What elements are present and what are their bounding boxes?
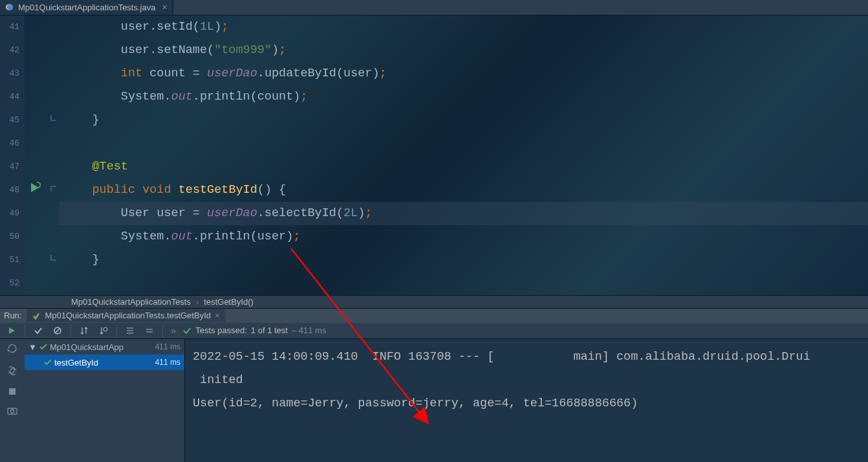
- test-status-prefix: Tests passed:: [195, 325, 247, 335]
- run-label: Run:: [4, 311, 21, 320]
- code-content[interactable]: user.setId(1L); user.setName("tom999"); …: [60, 16, 868, 295]
- test-tree-root[interactable]: ▼ Mp01QuickstartApp 411 ms: [25, 339, 184, 355]
- rerun-failed-icon[interactable]: [6, 343, 18, 357]
- run-toolwindow-header: Run: Mp01QuickstartApplicationTests.test…: [0, 309, 868, 323]
- breadcrumb-method[interactable]: testGetById(): [204, 297, 254, 307]
- test-status-count: 1 of 1 test: [251, 325, 288, 335]
- editor-tab[interactable]: Mp01QuickstartApplicationTests.java ×: [0, 0, 173, 15]
- svg-line-3: [55, 328, 60, 333]
- sort-duration-button[interactable]: [96, 323, 111, 338]
- code-line[interactable]: public void testGetById() {: [60, 179, 868, 202]
- test-tree-item[interactable]: testGetById 411 ms: [25, 355, 184, 370]
- rerun-button[interactable]: [4, 323, 19, 338]
- expand-all-button[interactable]: [122, 323, 138, 338]
- toolbar-divider: [25, 324, 25, 337]
- toolbar-divider: [116, 324, 117, 337]
- show-passed-button[interactable]: [30, 323, 46, 338]
- test-tree[interactable]: ▼ Mp01QuickstartApp 411 ms testGetById 4…: [25, 339, 185, 462]
- line-number-gutter: 414243444546474849505152: [0, 16, 25, 295]
- code-line[interactable]: System.out.println(count);: [60, 85, 868, 109]
- svg-rect-6: [8, 408, 17, 414]
- run-config-label: Mp01QuickstartApplicationTests.testGetBy…: [45, 311, 211, 320]
- line-number: 50: [0, 225, 25, 248]
- test-tree-root-label: Mp01QuickstartApp: [50, 342, 124, 352]
- console-output[interactable]: 2022-05-15 14:00:09.410 INFO 163708 --- …: [185, 339, 868, 462]
- console-line: inited: [193, 369, 860, 392]
- code-editor[interactable]: 414243444546474849505152 user.setId(1L);…: [0, 16, 868, 295]
- breadcrumb-class[interactable]: Mp01QuickstartApplicationTests: [71, 297, 191, 307]
- code-line[interactable]: }: [60, 248, 868, 272]
- check-icon: [39, 343, 47, 351]
- code-line[interactable]: user.setId(1L);: [60, 16, 868, 39]
- line-number: 43: [0, 62, 25, 85]
- toolbar-divider: [71, 324, 71, 337]
- svg-rect-5: [9, 388, 16, 395]
- test-toolbar: » Tests passed: 1 of 1 test – 411 ms: [0, 323, 868, 339]
- chevron-down-icon: ▼: [28, 342, 37, 352]
- svg-point-7: [11, 410, 14, 413]
- toolbar-divider: [162, 324, 163, 337]
- run-test-icon[interactable]: [28, 181, 41, 197]
- fold-gutter: [48, 16, 60, 295]
- test-tree-root-time: 411 ms: [155, 342, 180, 351]
- editor-tab-label: Mp01QuickstartApplicationTests.java: [18, 3, 155, 12]
- toggle-autotest-icon[interactable]: [6, 365, 18, 379]
- more-icon[interactable]: »: [171, 325, 176, 336]
- code-line[interactable]: @Test: [60, 155, 868, 179]
- code-line[interactable]: }: [60, 109, 868, 132]
- fold-end-icon[interactable]: [49, 114, 58, 126]
- test-tree-item-label: testGetById: [54, 358, 98, 368]
- line-number: 49: [0, 202, 25, 225]
- console-line: 2022-05-15 14:00:09.410 INFO 163708 --- …: [193, 346, 860, 369]
- run-toolwindow-body: ▼ Mp01QuickstartApp 411 ms testGetById 4…: [0, 339, 868, 462]
- code-line[interactable]: user.setName("tom999");: [60, 39, 868, 62]
- fold-end-icon[interactable]: [49, 254, 58, 265]
- show-ignored-button[interactable]: [50, 323, 65, 338]
- line-number: 45: [0, 109, 25, 132]
- check-icon: [44, 358, 52, 366]
- collapse-all-button[interactable]: [142, 323, 157, 338]
- close-icon[interactable]: ×: [162, 2, 167, 12]
- test-status: Tests passed: 1 of 1 test – 411 ms: [182, 325, 326, 335]
- line-number: 47: [0, 155, 25, 179]
- close-icon[interactable]: ×: [215, 311, 220, 320]
- chevron-right-icon: ›: [196, 297, 199, 307]
- code-line[interactable]: System.out.println(user);: [60, 225, 868, 248]
- code-line[interactable]: User user = userDao.selectById(2L);: [60, 202, 868, 225]
- run-left-toolbar: [0, 339, 25, 462]
- line-number: 44: [0, 85, 25, 109]
- stop-icon[interactable]: [8, 387, 17, 399]
- test-config-icon: [32, 311, 41, 320]
- editor-tab-bar: Mp01QuickstartApplicationTests.java ×: [0, 0, 868, 16]
- console-line: User(id=2, name=Jerry, password=jerry, a…: [193, 392, 860, 415]
- breadcrumb: Mp01QuickstartApplicationTests › testGet…: [0, 295, 868, 309]
- line-number: 48: [0, 179, 25, 202]
- sort-button[interactable]: [76, 323, 92, 338]
- run-marker-gutter: [25, 16, 48, 295]
- line-number: 41: [0, 16, 25, 39]
- check-icon: [182, 326, 191, 335]
- fold-start-icon[interactable]: [49, 184, 58, 195]
- code-line[interactable]: int count = userDao.updateById(user);: [60, 62, 868, 85]
- export-icon[interactable]: [7, 406, 17, 418]
- run-config-tab[interactable]: Mp01QuickstartApplicationTests.testGetBy…: [27, 309, 224, 322]
- svg-point-4: [103, 327, 107, 331]
- line-number: 52: [0, 272, 25, 295]
- code-line[interactable]: [60, 132, 868, 155]
- test-tree-item-time: 411 ms: [155, 358, 180, 367]
- test-status-time: – 411 ms: [292, 325, 326, 335]
- java-file-icon: [5, 3, 14, 12]
- line-number: 46: [0, 132, 25, 155]
- code-line[interactable]: [60, 272, 868, 295]
- line-number: 51: [0, 248, 25, 272]
- line-number: 42: [0, 39, 25, 62]
